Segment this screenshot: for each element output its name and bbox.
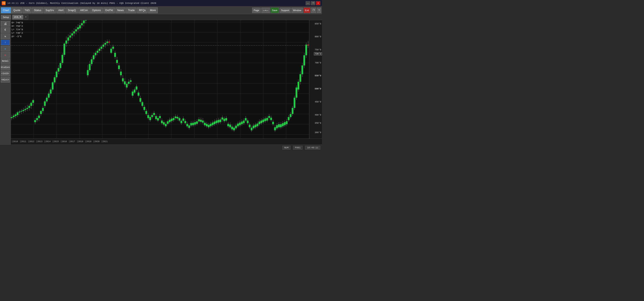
title-bar: CQ 10:49:11 ZCE - Corn (Globex), Monthly… [0,0,322,6]
menu-ts[interactable]: T&S [23,7,32,13]
delta-value: -3'6 [16,35,22,38]
menu-supsrv[interactable]: SupSrv [44,7,56,13]
price-350: 350'0 [315,122,321,124]
window-button[interactable]: Window [291,8,303,13]
last-label: L= 736'2 [12,31,23,35]
star-button[interactable]: ✦ [1,52,10,58]
title-time: 10:49:11 [7,2,19,4]
low-value: 724'0 [16,28,23,31]
chart-container[interactable]: O= 740'0 H= 758'2 L= 724'0 L= 736'2 Δ= -… [11,20,309,138]
main-area: 🖨 € ⇆ ↑ ✦ ✦ ReSel Studies <IntD> <Hist> … [0,20,322,144]
date-label-2016: |2016 [60,140,67,143]
status-bar: NUM P001 10:49:11 [0,144,322,150]
asterisk-button[interactable]: ✦ [1,46,10,52]
date-label-2019: |2019 [85,140,91,143]
date-label-2021: |2021 [101,140,108,143]
hist-button[interactable]: <Hist> [1,77,10,82]
price-axis: 850'0 800'0 750'0 736'2 700'0 650'0 600'… [309,20,322,138]
open-label: O= 740'0 [12,21,23,24]
account-status: P001 [293,146,302,150]
close-button[interactable]: ✕ [316,1,320,5]
num-status: NUM [282,146,290,150]
menu-trade[interactable]: Trade [126,7,136,13]
open-value: 740'0 [16,22,23,24]
link-button[interactable]: ⇆ [1,34,10,39]
studies-button[interactable]: Studies [1,64,10,70]
save-button[interactable]: Save [270,8,279,13]
menu-rfqs[interactable]: RFQs [137,7,148,13]
high-value: 758'2 [16,25,23,28]
date-label-2018: |2018 [77,140,83,143]
add-tab-button[interactable]: + [24,15,28,20]
date-label-2013: |2013 [36,140,42,143]
menu-bar: Chart Quote T&S Status SupSrv Alert Snap… [0,6,322,14]
print-button[interactable]: 🖨 [1,21,10,26]
tab-bar: Setup ZCE,M + [0,14,322,20]
menu-quote[interactable]: Quote [11,7,22,13]
title-text: ZCE - Corn (Globex), Monthly Continuatio… [20,2,156,4]
up-button[interactable]: ↑ [1,40,10,45]
menu-alert[interactable]: Alert [56,7,66,13]
date-label-2011: |2011 [20,140,26,143]
left-sidebar: 🖨 € ⇆ ↑ ✦ ✦ ReSel Studies <IntD> <Hist> [0,20,11,144]
menu-allcon[interactable]: AllCon [78,7,90,13]
delta-label: Δ= -3'6 [12,35,23,38]
date-label-2014: |2014 [44,140,50,143]
title-bar-left: CQ 10:49:11 ZCE - Corn (Globex), Monthly… [2,1,156,5]
price-500: 500'0 [315,88,321,90]
menu-chart[interactable]: Chart [1,7,11,13]
price-800: 800'0 [315,36,321,38]
menu-status[interactable]: Status [32,7,43,13]
price-450: 450'0 [315,100,321,103]
chart-area-wrapper: O= 740'0 H= 758'2 L= 724'0 L= 736'2 Δ= -… [11,20,322,144]
menu-options[interactable]: Options [90,7,103,13]
rescl-button[interactable]: ReSel [1,58,10,64]
price-300: 300'0 [315,132,321,134]
date-label-2017: |2017 [68,140,75,143]
price-current: 736'2 [314,52,322,56]
menu-ordtkt[interactable]: OrdTkt [103,7,115,13]
price-850: 850'0 [315,22,321,25]
price-750: 750'0 [315,49,321,51]
high-label: H= 758'2 [12,24,23,28]
page-button[interactable]: Page [252,8,261,13]
low-label: L= 724'0 [12,28,23,31]
menu-more[interactable]: More [148,7,158,13]
chart-ohlc-info: O= 740'0 H= 758'2 L= 724'0 L= 736'2 Δ= -… [12,21,23,38]
price-700: 700'0 [315,62,321,64]
menu-left: Chart Quote T&S Status SupSrv Alert Snap… [1,7,158,13]
date-label-2010: |2010 [12,140,18,143]
restore2-button[interactable]: ❐ [311,8,316,13]
intd-button[interactable]: <IntD> [1,71,10,76]
date-label-2012: |2012 [28,140,34,143]
candlestick-canvas [11,20,309,138]
price-400: 400'0 [315,114,321,116]
chart-row: O= 740'0 H= 758'2 L= 724'0 L= 736'2 Δ= -… [11,20,322,138]
minimize-button[interactable]: — [306,1,310,5]
exit-button[interactable]: Exit [304,8,310,13]
title-bar-controls: — ❐ ✕ [306,1,320,5]
date-label-2015: |2015 [52,140,59,143]
menu-snapq[interactable]: SnapQ [66,7,78,13]
price-550: 550'0 [315,74,321,77]
restore-button[interactable]: ❐ [311,1,315,5]
last-value: 736'2 [16,32,23,34]
date-label-2020: |2020 [93,140,100,143]
setup-button[interactable]: Setup [1,15,11,20]
date-axis: |2010|2011|2012|2013|2014|2015|2016|2017… [11,138,322,144]
app-icon: CQ [2,1,6,5]
time-status: 10:49:11 [305,146,320,150]
menu-right: Page —•— Save Support Window Exit ❐ ? [252,8,321,13]
separator-button[interactable]: —•— [261,8,270,13]
support-button[interactable]: Support [280,8,291,13]
help-button[interactable]: ? [317,8,321,13]
menu-news[interactable]: News [115,7,126,13]
euro-button[interactable]: € [1,27,10,33]
tab-zce[interactable]: ZCE,M [12,15,23,20]
